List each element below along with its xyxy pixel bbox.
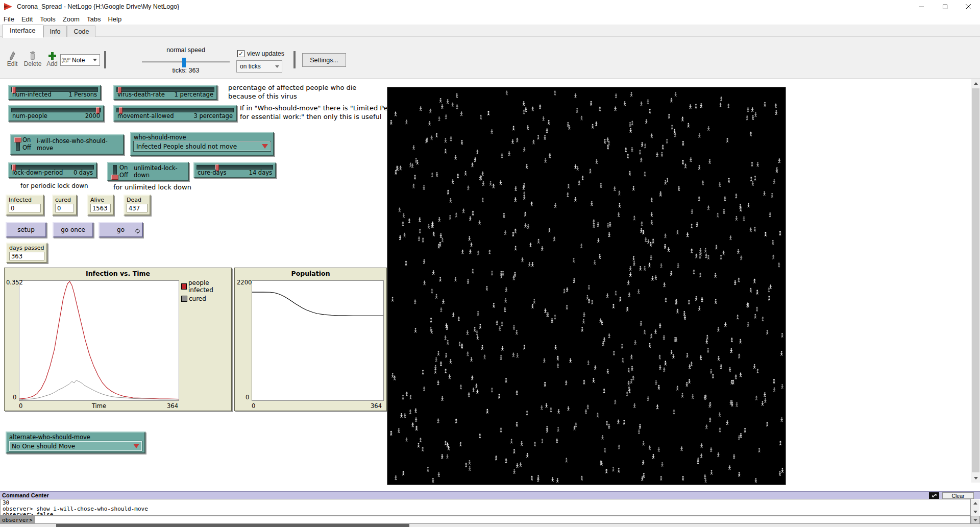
arrow-up-icon — [973, 502, 977, 505]
switch-handle[interactable] — [14, 137, 21, 142]
interface-vertical-scrollbar[interactable] — [971, 79, 980, 483]
slider-num-infected[interactable]: num-infected1 Persons — [8, 85, 101, 100]
checkbox-check-icon[interactable]: ✓ — [237, 50, 244, 57]
menu-tools[interactable]: Tools — [36, 15, 59, 23]
command-output-line: 30 — [3, 500, 970, 506]
plot-population: Population 2200 0 0 364 — [234, 268, 387, 411]
speed-slider[interactable] — [142, 61, 230, 63]
switch-unlimited-lock-down[interactable]: OnOff unlimited-lock-down — [107, 162, 189, 181]
view-updates-checkbox[interactable]: ✓ view updates — [237, 50, 284, 57]
arrow-up-icon — [974, 82, 978, 85]
slider-virus-death-rate[interactable]: virus-death-rate1 percentage — [113, 85, 217, 100]
speed-slider-thumb[interactable] — [182, 58, 186, 67]
chooser-label: alternate-who-should-move — [9, 434, 142, 441]
clear-button[interactable]: Clear — [942, 492, 974, 499]
slider-cure-days[interactable]: cure-days14 days — [193, 162, 276, 178]
settings-button[interactable]: Settings... — [302, 53, 346, 67]
button-label: go once — [61, 226, 85, 233]
forever-icon — [135, 228, 140, 235]
command-center-header: Command Center Clear — [0, 491, 980, 499]
y-min-label: 0 — [246, 394, 249, 401]
command-center-expand-button[interactable] — [929, 492, 939, 499]
tab-info[interactable]: Info — [43, 26, 67, 38]
update-mode-select[interactable]: on ticks — [236, 60, 282, 73]
slider-track[interactable] — [11, 108, 101, 112]
command-center-title: Command Center — [2, 492, 49, 498]
maximize-icon — [943, 5, 947, 9]
chooser-dropdown[interactable]: Infected People should not move — [134, 141, 271, 151]
slider-label: num-infected — [12, 91, 52, 98]
plot-canvas — [19, 280, 179, 401]
tab-bar: Interface Info Code — [0, 25, 980, 37]
switch-on-off-labels: OnOff — [22, 136, 31, 152]
scroll-up-button[interactable] — [971, 499, 979, 507]
scroll-up-button[interactable] — [971, 79, 980, 88]
add-button[interactable]: Add — [45, 49, 59, 67]
slider-value: 1 Persons — [68, 91, 97, 98]
setup-button[interactable]: setup — [6, 222, 46, 237]
minimize-icon — [919, 7, 924, 7]
update-mode-value: on ticks — [240, 63, 275, 70]
edit-button[interactable]: Edit — [3, 49, 21, 67]
switch-on-off-labels: OnOff — [119, 164, 128, 179]
population-chart — [252, 281, 383, 400]
switch-handle[interactable] — [111, 175, 118, 180]
world-canvas[interactable] — [387, 87, 786, 485]
command-center-output[interactable]: 30observer> show i-will-chose-who-should… — [0, 499, 971, 516]
legend-label: cured — [189, 295, 206, 302]
slider-label: cure-days — [198, 169, 226, 176]
maximize-button[interactable] — [933, 0, 957, 13]
go-once-button[interactable]: go once — [53, 222, 93, 237]
switch-i-will-chose-who-should-move[interactable]: OnOff i-will-chose-who-should-move — [10, 134, 124, 155]
expand-icon — [932, 493, 937, 498]
menu-edit[interactable]: Edit — [18, 15, 36, 23]
menu-zoom[interactable]: Zoom — [59, 15, 83, 23]
slider-lock-down-period[interactable]: lock-down-period0 days — [8, 162, 97, 178]
infection-chart — [19, 281, 179, 400]
arrow-down-icon — [974, 477, 978, 480]
scrollbar-thumb[interactable] — [56, 524, 409, 527]
slider-movement-allowed[interactable]: movement-allowed3 percentage — [113, 105, 237, 122]
note-unlimited-lockdown: for unlimited lock down — [113, 183, 191, 191]
tab-interface[interactable]: Interface — [2, 25, 43, 38]
chooser-arrow-icon — [133, 444, 139, 448]
scroll-down-button[interactable] — [971, 474, 980, 483]
widget-type-select[interactable]: Abc def ghi jkl Note — [60, 54, 100, 66]
output-scrollbar[interactable] — [971, 499, 979, 516]
world-view[interactable] — [387, 87, 786, 485]
widget-type-value: Note — [72, 57, 85, 64]
chooser-alternate-who-should-move[interactable]: alternate-who-should-move No One should … — [6, 432, 145, 453]
command-history-button[interactable] — [971, 516, 980, 524]
chooser-who-should-move[interactable]: who-should-move Infected People should n… — [130, 132, 274, 156]
slider-num-people[interactable]: num-people2000 — [8, 105, 104, 122]
menu-file[interactable]: File — [0, 15, 18, 23]
minimize-button[interactable] — [910, 0, 933, 13]
scroll-down-button[interactable] — [971, 508, 979, 516]
slider-track[interactable] — [116, 108, 234, 112]
command-input[interactable] — [35, 516, 971, 524]
slider-label: virus-death-rate — [117, 91, 165, 98]
go-button[interactable]: go — [99, 222, 143, 237]
monitor-value: 363 — [9, 252, 44, 260]
monitor-alive: Alive 1563 — [87, 195, 114, 215]
menu-bar: File Edit Tools Zoom Tabs Help — [0, 13, 980, 25]
delete-button[interactable]: Delete — [22, 49, 43, 67]
x-min-label: 0 — [252, 402, 255, 410]
command-input-row: observer> — [0, 516, 980, 524]
add-button-label: Add — [45, 60, 59, 67]
chooser-label: who-should-move — [134, 134, 271, 141]
close-icon — [966, 4, 971, 9]
scrollbar-thumb[interactable] — [972, 88, 979, 472]
menu-tabs[interactable]: Tabs — [83, 15, 104, 23]
dropdown-arrow-icon — [93, 59, 97, 61]
slider-label: movement-allowed — [117, 112, 174, 119]
monitor-value: 437 — [127, 204, 148, 212]
y-min-label: 0 — [13, 394, 16, 401]
chooser-dropdown[interactable]: No One should Move — [9, 441, 142, 451]
close-button[interactable] — [957, 0, 980, 13]
observer-prompt: observer> — [0, 516, 35, 524]
tab-code[interactable]: Code — [67, 26, 95, 38]
horizontal-scrollbar[interactable] — [0, 524, 980, 527]
slider-value: 14 days — [249, 169, 272, 176]
menu-help[interactable]: Help — [104, 15, 125, 23]
